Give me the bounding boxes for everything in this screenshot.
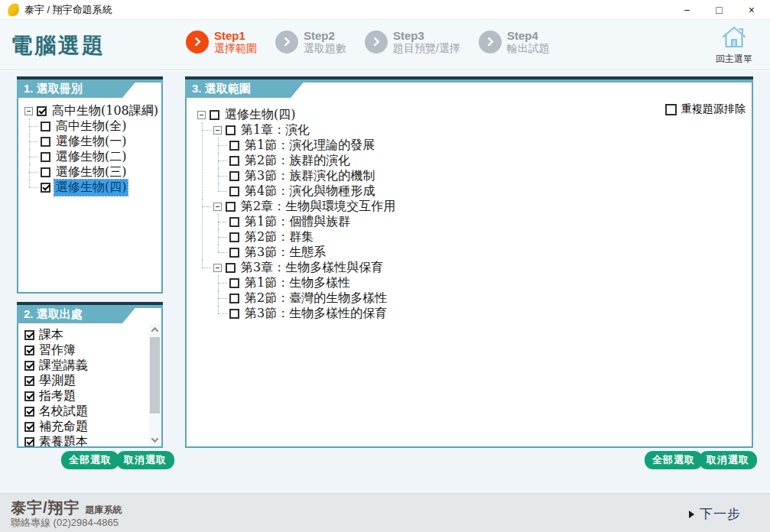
source-label[interactable]: 名校試題 — [39, 404, 88, 420]
tree-item-label[interactable]: 第1節：個體與族群 — [243, 214, 352, 230]
tree-item-label[interactable]: 第3章：生物多樣性與保育 — [239, 260, 385, 276]
tree-item-label[interactable]: 高中生物(108課綱) — [50, 103, 160, 119]
checkbox[interactable] — [24, 376, 34, 386]
checkbox[interactable] — [41, 137, 50, 147]
tree-item: 第2節：臺灣的生物多樣性 — [229, 290, 752, 306]
expander-icon[interactable] — [197, 111, 206, 119]
tree-item-label[interactable]: 第2節：群集 — [243, 229, 315, 245]
checkbox[interactable] — [229, 187, 239, 196]
checkbox[interactable] — [41, 152, 50, 162]
tree-item: 選修生物(四) 第1章：演化 第 — [197, 107, 752, 321]
tree-item-label[interactable]: 選修生物(一) — [54, 134, 128, 150]
checkbox[interactable] — [210, 110, 219, 120]
select-all-button-left[interactable]: 全部選取 — [61, 451, 119, 469]
checkbox[interactable] — [24, 422, 34, 432]
source-label[interactable]: 補充命題 — [39, 419, 88, 435]
close-button[interactable]: × — [749, 0, 755, 20]
source-label[interactable]: 素養題本 — [39, 434, 88, 447]
tree-item-label[interactable]: 第2章：生物與環境交互作用 — [239, 199, 397, 215]
panel-book-select: 1. 選取冊別 高中生物(108課綱) 高中生物(全) — [17, 76, 163, 294]
step-2[interactable]: Step2 選取題數 — [275, 29, 346, 54]
panel1-title: 1. 選取冊別 — [17, 79, 138, 98]
checkbox[interactable] — [24, 345, 34, 355]
checkbox[interactable] — [41, 122, 50, 131]
checkbox[interactable] — [229, 294, 239, 303]
tree-item-label[interactable]: 第2節：臺灣的生物多樣性 — [243, 290, 388, 307]
source-label[interactable]: 習作簿 — [39, 342, 76, 358]
dedup-checkbox[interactable] — [665, 104, 677, 115]
maximize-button[interactable]: □ — [716, 0, 722, 20]
checkbox[interactable] — [229, 232, 239, 242]
tree-item-label[interactable]: 第4節：演化與物種形成 — [243, 183, 376, 200]
home-button[interactable]: 回主選單 — [710, 25, 758, 66]
tree-item-label[interactable]: 第1節：生物多樣性 — [243, 275, 352, 291]
checkbox[interactable] — [24, 391, 34, 401]
home-label: 回主選單 — [710, 53, 758, 66]
step-4-label: 輸出試題 — [507, 42, 550, 54]
scrollbar[interactable] — [149, 324, 161, 446]
checkbox[interactable] — [226, 263, 236, 273]
expander-icon[interactable] — [213, 126, 222, 135]
step-1[interactable]: Step1 選擇範圍 — [186, 29, 257, 54]
tree-item-label[interactable]: 第2節：族群的演化 — [243, 153, 352, 169]
tree-item-label[interactable]: 第3節：生物多樣性的保育 — [243, 306, 388, 322]
step-2-name: Step2 — [304, 29, 346, 42]
checkbox[interactable] — [229, 171, 239, 181]
list-item: 名校試題 — [24, 404, 161, 419]
checkbox[interactable] — [24, 437, 34, 447]
checkbox[interactable] — [41, 167, 50, 177]
tree-item-label[interactable]: 選修生物(三) — [54, 164, 128, 180]
source-label[interactable]: 學測題 — [39, 373, 76, 389]
expander-icon[interactable] — [213, 264, 222, 272]
tree-item-label[interactable]: 選修生物(二) — [54, 149, 128, 165]
source-label[interactable]: 課堂講義 — [39, 358, 88, 374]
tree-item-label[interactable]: 選修生物(四) — [223, 107, 297, 123]
source-label[interactable]: 指考題 — [39, 388, 76, 404]
tree-item: 第4節：演化與物種形成 — [229, 183, 752, 199]
source-label[interactable]: 課本 — [39, 327, 63, 343]
scroll-down-icon[interactable] — [149, 434, 161, 446]
checkbox[interactable] — [229, 141, 239, 151]
list-item: 學測題 — [24, 373, 161, 388]
tree-item: 第3節：生態系 — [229, 245, 752, 260]
checkbox[interactable] — [41, 183, 50, 193]
step-2-label: 選取題數 — [304, 42, 346, 54]
scroll-up-icon[interactable] — [149, 324, 161, 336]
checkbox[interactable] — [37, 106, 47, 116]
tree-item-label[interactable]: 高中生物(全) — [54, 118, 128, 135]
checkbox[interactable] — [24, 407, 34, 417]
tree-item-label[interactable]: 第3節：生態系 — [243, 245, 327, 261]
checkbox[interactable] — [229, 156, 239, 166]
tree-item-label[interactable]: 第3節：族群演化的機制 — [243, 168, 376, 184]
checkbox[interactable] — [24, 361, 34, 371]
panel-range-select: 3. 選取範圍 重複題源排除 選修生物(四) — [185, 76, 753, 448]
scrollbar-thumb[interactable] — [150, 337, 160, 414]
expander-icon[interactable] — [213, 203, 222, 211]
app-icon — [7, 3, 20, 17]
footer: 泰宇/翔宇 題庫系統 聯絡專線 (02)2984-4865 下一步 — [0, 493, 770, 532]
tree-item-label[interactable]: 第1節：演化理論的發展 — [243, 138, 376, 154]
deselect-button-right[interactable]: 取消選取 — [699, 451, 757, 469]
checkbox[interactable] — [229, 248, 239, 258]
tree-item: 第1節：生物多樣性 — [229, 275, 752, 290]
step-indicator: Step1 選擇範圍 Step2 選取題數 Step3 題目預覽/選擇 Step… — [186, 29, 550, 54]
checkbox[interactable] — [24, 330, 34, 340]
expander-icon[interactable] — [24, 107, 33, 115]
checkbox[interactable] — [229, 217, 239, 227]
dedup-label[interactable]: 重複題源排除 — [681, 102, 746, 116]
tree-item: 第2節：族群的演化 — [229, 153, 752, 168]
deselect-button-left[interactable]: 取消選取 — [116, 451, 174, 469]
checkbox[interactable] — [226, 125, 236, 135]
tree-item-label-selected[interactable]: 選修生物(四) — [54, 180, 128, 196]
next-step-button[interactable]: 下一步 — [689, 505, 741, 523]
select-all-button-right[interactable]: 全部選取 — [645, 451, 703, 469]
checkbox[interactable] — [229, 278, 239, 288]
minimize-button[interactable]: − — [684, 0, 690, 20]
step-4[interactable]: Step4 輸出試題 — [479, 29, 550, 54]
checkbox[interactable] — [229, 309, 239, 319]
step-3[interactable]: Step3 題目預覽/選擇 — [365, 29, 460, 54]
panel2-title: 2. 選取出處 — [17, 305, 138, 323]
checkbox[interactable] — [226, 202, 236, 212]
contact-phone: 聯絡專線 (02)2984-4865 — [11, 516, 119, 530]
tree-item-label[interactable]: 第1章：演化 — [239, 122, 311, 138]
